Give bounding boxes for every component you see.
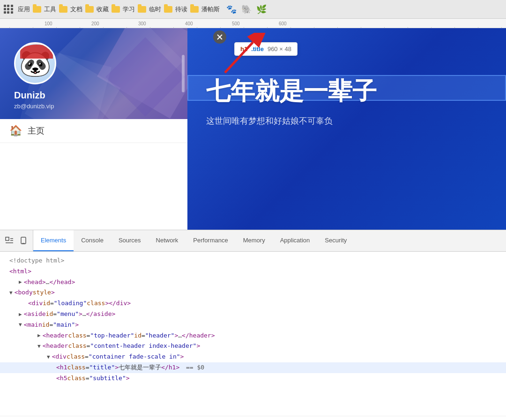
code-line-aside[interactable]: ▶<aside id="menu">…</aside>: [0, 309, 506, 320]
site-left-panel: 🐼 Dunizb zb@dunizb.vip 🏠 主页: [0, 28, 187, 230]
expand-header2[interactable]: ▼: [37, 342, 41, 351]
ruler-tick-400: 400: [185, 21, 193, 26]
expand-main[interactable]: ▼: [19, 321, 22, 329]
code-line-main[interactable]: ▼<main id="main">: [0, 320, 506, 330]
topbar-item-learn[interactable]: 学习: [123, 5, 135, 14]
site-sidebar: 🐼 Dunizb zb@dunizb.vip: [0, 28, 187, 119]
tab-memory[interactable]: Memory: [236, 230, 273, 251]
close-button[interactable]: [213, 30, 226, 44]
ruler-tick-300: 300: [138, 21, 146, 26]
site-nav[interactable]: 🏠 主页: [0, 119, 187, 143]
extension-icon-1[interactable]: 🐾: [226, 4, 237, 15]
topbar-item-temp[interactable]: 临时: [149, 5, 161, 14]
ruler-tick-100: 100: [45, 21, 52, 26]
code-line-h1[interactable]: <h1 class="title">七年就是一辈子</h1> == $0: [0, 362, 506, 373]
code-line-html: <html>: [0, 266, 506, 277]
code-line-h5[interactable]: <h5 class="subtitle">: [0, 373, 506, 384]
devtools-toolbar: Elements Console Sources Network Perform…: [0, 230, 506, 252]
bottom-subtitle-text: 这世间唯有梦想和好姑娘不可辜负: [0, 416, 506, 420]
tooltip-class: .title: [251, 45, 264, 52]
avatar: 🐼: [14, 42, 56, 84]
avatar-image: 🐼: [15, 44, 55, 83]
site-title: 七年就是一辈子: [206, 75, 487, 108]
devtools-panel: Elements Console Sources Network Perform…: [0, 230, 506, 420]
folder-icon-learn: [112, 6, 120, 13]
tools-label: 工具: [44, 5, 56, 14]
topbar-item-bookmarks[interactable]: 收藏: [97, 5, 109, 14]
site-preview: 🐼 Dunizb zb@dunizb.vip 🏠 主页: [0, 28, 506, 230]
browser-topbar: 应用 工具 文档 收藏 学习 临时 待读 潘帕斯 🐾 🐘 🌿: [0, 0, 506, 19]
folder-icon-toread: [164, 6, 172, 13]
tab-sources[interactable]: Sources: [111, 230, 149, 251]
inspect-icon[interactable]: [5, 236, 14, 246]
expand-header1[interactable]: ▶: [37, 331, 41, 340]
site-username: Dunizb: [14, 90, 45, 101]
tooltip-dims: 960 × 48: [268, 45, 291, 52]
devtools-icons: [0, 230, 33, 251]
expand-body[interactable]: ▼: [9, 289, 13, 297]
topbar-item-panpas[interactable]: 潘帕斯: [201, 5, 220, 14]
tab-network[interactable]: Network: [149, 230, 186, 251]
folder-icon-docs: [59, 6, 67, 13]
apps-label: 应用: [18, 5, 30, 14]
topbar-item-apps[interactable]: 应用: [18, 5, 30, 14]
svg-rect-7: [22, 243, 25, 244]
folder-icon-bookmarks: [85, 6, 94, 13]
expand-div[interactable]: ▼: [47, 353, 50, 361]
toread-label: 待读: [175, 5, 187, 14]
ruler-bar: 100 200 300 400 500 600: [0, 19, 506, 28]
scroll-indicator[interactable]: [182, 55, 185, 92]
tab-performance[interactable]: Performance: [186, 230, 235, 251]
code-line-loading: <div id="loading" class></div>: [0, 298, 506, 309]
app-grid-icon[interactable]: [4, 5, 13, 14]
svg-rect-6: [21, 237, 26, 244]
docs-label: 文档: [70, 5, 82, 14]
folder-icon-temp: [138, 6, 146, 13]
expand-head[interactable]: ▶: [19, 278, 22, 286]
code-line-header1[interactable]: ▶<header class="top-header" id="header">…: [0, 330, 506, 341]
bookmarks-label: 收藏: [97, 5, 109, 14]
tab-elements[interactable]: Elements: [33, 230, 74, 251]
folder-icon-tools: [33, 6, 41, 13]
folder-icon-panpas: [190, 6, 199, 13]
topbar-item-docs[interactable]: 文档: [70, 5, 82, 14]
tab-console[interactable]: Console: [74, 230, 111, 251]
panpas-label: 潘帕斯: [201, 5, 220, 14]
topbar-item-toread[interactable]: 待读: [175, 5, 187, 14]
element-tooltip: h1.title 960 × 48: [234, 42, 298, 56]
code-line-body[interactable]: ▼<body style>: [0, 287, 506, 298]
code-line-header2[interactable]: ▼<header class="content-header index-hea…: [0, 341, 506, 352]
code-line-div[interactable]: ▼<div class="container fade-scale in">: [0, 352, 506, 362]
svg-rect-2: [6, 237, 9, 240]
site-subtitle: 这世间唯有梦想和好姑娘不可辜负: [206, 115, 487, 127]
home-icon: 🏠: [9, 125, 22, 137]
tab-security[interactable]: Security: [317, 230, 354, 251]
extension-icon-3[interactable]: 🌿: [256, 4, 267, 15]
tooltip-tag: h1: [240, 45, 247, 52]
site-nav-label: 主页: [28, 125, 45, 136]
device-icon[interactable]: [19, 236, 28, 246]
extension-icon-2[interactable]: 🐘: [241, 4, 252, 15]
ruler-tick-600: 600: [279, 21, 287, 26]
code-line-head[interactable]: ▶<head>…</head>: [0, 277, 506, 288]
expand-aside[interactable]: ▶: [19, 310, 22, 319]
learn-label: 学习: [123, 5, 135, 14]
temp-label: 临时: [149, 5, 161, 14]
devtools-tabs: Elements Console Sources Network Perform…: [33, 230, 506, 251]
tab-application[interactable]: Application: [273, 230, 318, 251]
topbar-item-tools[interactable]: 工具: [44, 5, 56, 14]
code-line-doctype: <!doctype html>: [0, 255, 506, 266]
ruler-tick-500: 500: [232, 21, 240, 26]
site-content: h1.title 960 × 48 七年就是一辈子 这世间唯有梦想和好姑娘不可辜…: [187, 28, 506, 230]
ruler-tick-200: 200: [91, 21, 99, 26]
devtools-code-view: <!doctype html> <html> ▶<head>…</head> ▼…: [0, 252, 506, 416]
site-email: zb@dunizb.vip: [14, 103, 54, 110]
